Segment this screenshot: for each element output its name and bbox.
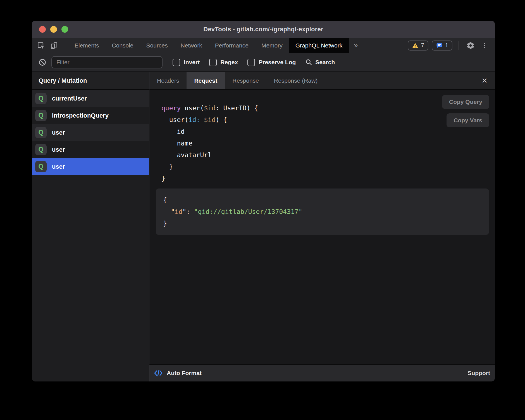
query-type-badge: Q	[35, 161, 47, 172]
devtools-toolbar: ElementsConsoleSourcesNetworkPerformance…	[32, 38, 495, 53]
code-token: {	[163, 196, 167, 204]
tab-response[interactable]: Response	[225, 72, 266, 89]
tab-network[interactable]: Network	[174, 38, 209, 53]
warning-icon	[412, 42, 419, 49]
code-line: avatarUrl	[161, 149, 495, 161]
query-list-item[interactable]: Quser	[32, 124, 149, 141]
detail-tabs-spacer	[325, 72, 474, 89]
tab-graphql-network[interactable]: GraphQL Network	[289, 38, 349, 53]
code-token	[200, 116, 204, 123]
checkbox-invert[interactable]: Invert	[173, 59, 200, 66]
copy-vars-button[interactable]: Copy Vars	[447, 113, 489, 127]
query-list-header: Query / Mutation	[32, 72, 149, 90]
window-titlebar[interactable]: DevTools - gitlab.com/-/graphql-explorer	[32, 21, 495, 38]
code-token: $id	[204, 104, 216, 112]
query-list-item[interactable]: QcurrentUser	[32, 90, 149, 107]
filter-input[interactable]	[51, 56, 163, 68]
status-separator	[459, 41, 459, 50]
device-toolbar-icon[interactable]	[49, 40, 59, 51]
tab-performance[interactable]: Performance	[209, 38, 255, 53]
query-list: QcurrentUserQIntrospectionQueryQuserQuse…	[32, 90, 149, 175]
warnings-count: 7	[421, 42, 424, 49]
checkbox-regex[interactable]: Regex	[209, 59, 238, 66]
request-detail-panel: HeadersRequestResponseResponse (Raw) ✕ q…	[149, 72, 495, 381]
code-token: :	[186, 208, 194, 215]
detail-tabs: HeadersRequestResponseResponse (Raw)	[149, 72, 325, 89]
close-panel-button[interactable]: ✕	[474, 72, 495, 89]
issues-count: 1	[445, 42, 448, 49]
code-token: $id	[204, 116, 216, 123]
issues-badge[interactable]: 1	[432, 40, 452, 51]
code-line: id	[161, 126, 495, 137]
auto-format-button[interactable]: Auto Format	[167, 370, 202, 376]
code-token: ) {	[216, 116, 227, 123]
copy-buttons: Copy QueryCopy Vars	[442, 95, 489, 127]
query-type-badge: Q	[35, 144, 47, 155]
window-title: DevTools - gitlab.com/-/graphql-explorer	[203, 26, 323, 33]
code-token: avatarUrl	[161, 151, 212, 159]
code-token: : UserID) {	[216, 104, 258, 112]
more-tabs-button[interactable]: »	[349, 38, 363, 53]
zoom-button[interactable]	[61, 26, 68, 33]
code-token: "	[163, 208, 175, 215]
code-token: }	[161, 175, 165, 182]
query-list-item[interactable]: QIntrospectionQuery	[32, 107, 149, 124]
minimize-button[interactable]	[50, 26, 57, 33]
checkbox-box[interactable]	[209, 59, 217, 66]
toolbar-separator	[65, 41, 65, 50]
settings-gear-icon[interactable]	[465, 40, 476, 51]
tab-sources[interactable]: Sources	[140, 38, 174, 53]
code-token: }	[161, 163, 173, 170]
code-token: query	[161, 104, 181, 112]
code-token: "gid://gitlab/User/13704317"	[194, 208, 302, 215]
devtools-window: DevTools - gitlab.com/-/graphql-explorer	[32, 21, 495, 381]
query-list-item-label: user	[52, 163, 65, 170]
code-token: user(	[161, 116, 188, 123]
tab-console[interactable]: Console	[106, 38, 140, 53]
query-list-item[interactable]: Quser	[32, 158, 149, 175]
checkbox-label: Regex	[220, 59, 238, 66]
query-list-item-label: IntrospectionQuery	[52, 112, 109, 119]
panel-footer: Auto Format Support	[149, 364, 495, 381]
filter-checkbox-group: InvertRegexPreserve Log	[173, 59, 296, 66]
checkbox-preserve-log[interactable]: Preserve Log	[247, 59, 296, 66]
tab-request[interactable]: Request	[187, 72, 225, 89]
query-list-item-label: user	[52, 146, 65, 153]
search-button[interactable]: Search	[305, 59, 335, 66]
tab-headers[interactable]: Headers	[149, 72, 187, 89]
tab-memory[interactable]: Memory	[255, 38, 289, 53]
support-link[interactable]: Support	[468, 370, 490, 376]
query-type-badge: Q	[35, 110, 47, 121]
checkbox-box[interactable]	[247, 59, 255, 66]
toolbar-spacer	[363, 38, 408, 53]
close-button[interactable]	[39, 26, 46, 33]
query-list-item[interactable]: Quser	[32, 141, 149, 158]
close-icon: ✕	[481, 77, 488, 85]
code-token: name	[161, 140, 192, 147]
code-line: "id": "gid://gitlab/User/13704317"	[163, 206, 482, 218]
code-token: "	[182, 208, 186, 215]
variables-box: { "id": "gid://gitlab/User/13704317"}	[156, 188, 489, 235]
inspect-element-icon[interactable]	[36, 40, 46, 51]
code-line: {	[163, 194, 482, 206]
copy-query-button[interactable]: Copy Query	[442, 95, 489, 109]
checkbox-box[interactable]	[173, 59, 180, 66]
request-tab-body: query user($id: UserID) { user(id: $id) …	[149, 90, 495, 364]
tab-response-raw[interactable]: Response (Raw)	[266, 72, 325, 89]
search-label: Search	[315, 59, 335, 66]
code-line: }	[161, 161, 495, 173]
query-list-panel: Query / Mutation QcurrentUserQIntrospect…	[32, 72, 149, 381]
clear-block-icon[interactable]	[37, 57, 48, 68]
code-token: id	[161, 128, 185, 135]
kebab-menu-icon[interactable]	[479, 40, 490, 51]
auto-format-icon	[154, 369, 163, 377]
warnings-badge[interactable]: 7	[408, 40, 428, 51]
checkbox-label: Preserve Log	[259, 59, 296, 66]
toolbar-status-group: 7 1	[408, 38, 495, 53]
checkbox-label: Invert	[184, 59, 200, 66]
traffic-lights	[39, 21, 68, 38]
toolbar-icons	[32, 38, 62, 53]
code-token: id	[175, 208, 183, 215]
query-type-badge: Q	[35, 127, 47, 138]
tab-elements[interactable]: Elements	[68, 38, 106, 53]
